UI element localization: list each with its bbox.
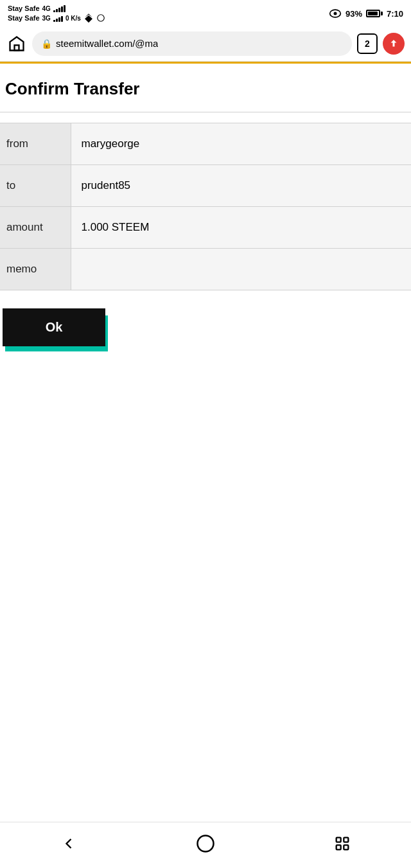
- battery-percentage: 93%: [345, 9, 362, 19]
- svg-rect-5: [15, 45, 19, 50]
- navigation-icon: [83, 13, 94, 23]
- page-title: Confirm Transfer: [0, 64, 411, 112]
- network2-label: 3G: [42, 14, 51, 22]
- signal-bar: [53, 20, 55, 22]
- url-bar[interactable]: 🔒 steemitwallet.com/@ma: [32, 31, 352, 56]
- divider: [0, 112, 411, 112]
- transfer-table: frommarygeorgetoprudent85amount1.000 STE…: [0, 123, 411, 290]
- status-right: 93% 7:10: [329, 9, 403, 19]
- bottom-navigation: [0, 822, 411, 868]
- transfer-row: amount1.000 STEEM: [0, 207, 411, 249]
- svg-rect-9: [337, 845, 341, 849]
- lock-icon: 🔒: [41, 39, 52, 49]
- signal-bar: [58, 8, 60, 12]
- data-speed: 0 K/s: [66, 14, 81, 22]
- recents-button[interactable]: [331, 832, 354, 855]
- svg-point-4: [333, 12, 337, 15]
- signal-bar: [61, 16, 63, 22]
- battery-icon: [366, 10, 383, 17]
- transfer-row: frommarygeorge: [0, 123, 411, 165]
- status-bar: Stay Safe 4G Stay Safe 3G 0 K/s: [0, 0, 411, 26]
- network1-label: 4G: [42, 4, 51, 13]
- field-value: marygeorge: [71, 123, 411, 165]
- ok-button[interactable]: Ok: [3, 308, 105, 346]
- carrier-info: Stay Safe 4G Stay Safe 3G 0 K/s: [8, 4, 105, 23]
- transfer-row: toprudent85: [0, 165, 411, 207]
- svg-point-2: [98, 15, 105, 22]
- home-nav-button[interactable]: [194, 832, 217, 855]
- field-value: [71, 249, 411, 290]
- signal-bar: [58, 17, 60, 22]
- field-value: 1.000 STEEM: [71, 207, 411, 249]
- signal-bars-1: [53, 4, 66, 12]
- signal-bars-2: [53, 14, 63, 22]
- signal-bar: [61, 6, 63, 12]
- home-button[interactable]: [6, 33, 27, 54]
- signal-bar: [56, 19, 58, 22]
- back-button[interactable]: [57, 832, 80, 855]
- url-text: steemitwallet.com/@ma: [56, 38, 158, 49]
- browser-bar: 🔒 steemitwallet.com/@ma 2: [0, 26, 411, 62]
- signal-bar: [64, 5, 66, 12]
- carrier1-label: Stay Safe: [8, 4, 40, 13]
- circle-icon: [96, 13, 105, 22]
- page-content: Confirm Transfer frommarygeorgetoprudent…: [0, 64, 411, 822]
- time-display: 7:10: [387, 9, 403, 19]
- field-label: amount: [0, 207, 71, 249]
- field-value: prudent85: [71, 165, 411, 207]
- tab-count[interactable]: 2: [357, 33, 378, 54]
- ok-button-wrapper: Ok: [0, 290, 411, 364]
- svg-point-6: [197, 835, 213, 851]
- carrier2-label: Stay Safe: [8, 13, 40, 22]
- svg-rect-10: [344, 845, 349, 849]
- field-label: memo: [0, 249, 71, 290]
- field-label: to: [0, 165, 71, 207]
- transfer-row: memo: [0, 249, 411, 290]
- signal-bar: [53, 10, 55, 12]
- upload-button[interactable]: [383, 33, 405, 55]
- svg-rect-7: [337, 837, 341, 842]
- signal-bar: [56, 9, 58, 12]
- svg-rect-8: [344, 837, 349, 842]
- eye-icon: [329, 9, 342, 18]
- field-label: from: [0, 123, 71, 165]
